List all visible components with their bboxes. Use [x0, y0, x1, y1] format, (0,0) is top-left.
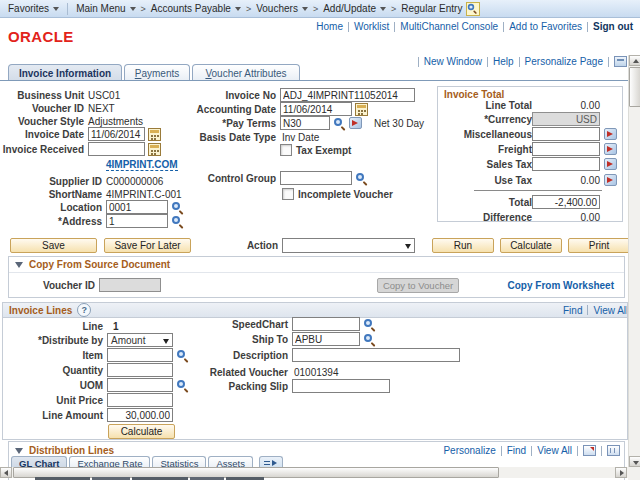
ship-to-lookup-icon[interactable]	[363, 333, 376, 346]
line-calculate-button[interactable]: Calculate	[108, 424, 175, 439]
sales-tax-transfer-icon[interactable]	[604, 158, 617, 170]
print-button[interactable]: Print	[568, 238, 630, 253]
breadcrumb-label: Accounts Payable	[151, 3, 231, 14]
speedchart-label: SpeedChart	[3, 319, 288, 330]
location-input[interactable]	[106, 200, 168, 214]
invoice-date-input[interactable]	[88, 127, 145, 141]
find-link[interactable]: Find	[563, 305, 582, 316]
home-link[interactable]: Home	[316, 21, 343, 32]
breadcrumb-regular-entry[interactable]: Regular Entry	[401, 3, 462, 14]
invoice-lines-section: Invoice Lines FindView All Line1 *Distri…	[2, 302, 628, 440]
collapse-triangle-icon[interactable]	[15, 262, 23, 268]
location-label: Location	[0, 202, 102, 213]
peoplesoft-voucher-regular-entry-page: Favorites Main Menu > Accounts Payable >…	[0, 0, 640, 480]
scroll-left-button[interactable]	[0, 467, 12, 478]
view-all-link[interactable]: View All	[537, 445, 572, 456]
miscellaneous-input[interactable]	[532, 127, 600, 141]
main-menu[interactable]: Main Menu	[76, 3, 135, 14]
tab-invoice-information[interactable]: Invoice Information	[8, 64, 122, 81]
invoice-date-label: Invoice Date	[0, 129, 84, 140]
action-dropdown[interactable]	[282, 238, 415, 253]
pay-terms-lookup-icon[interactable]	[333, 117, 346, 130]
personalize-link[interactable]: Personalize	[443, 445, 495, 456]
line-amount-input[interactable]	[107, 408, 173, 422]
find-link[interactable]: Find	[507, 445, 526, 456]
divider	[608, 57, 609, 67]
download-grid-icon[interactable]	[607, 445, 620, 456]
control-group-lookup-icon[interactable]	[355, 172, 368, 185]
divider	[587, 305, 588, 315]
sales-tax-input[interactable]	[532, 157, 600, 171]
ship-to-input[interactable]	[292, 332, 360, 346]
scroll-down-button[interactable]	[629, 456, 640, 467]
freight-transfer-icon[interactable]	[604, 143, 617, 155]
new-window-link[interactable]: New Window	[424, 56, 482, 67]
tab-voucher-attributes[interactable]: Voucher Attributes	[192, 64, 300, 81]
help-icon[interactable]	[77, 303, 91, 317]
packing-slip-input[interactable]	[292, 379, 390, 393]
save-for-later-button[interactable]: Save For Later	[104, 238, 191, 253]
invoice-no-input[interactable]	[280, 88, 415, 102]
breadcrumb-add-update[interactable]: Add/Update	[323, 3, 386, 14]
calculate-button[interactable]: Calculate	[500, 238, 562, 253]
worklist-link[interactable]: Worklist	[354, 21, 389, 32]
view-all-link[interactable]: View All	[593, 305, 627, 316]
voucher-style-value: Adjustments	[88, 116, 143, 127]
favorites-menu[interactable]: Favorites	[8, 3, 59, 14]
breadcrumb-accounts-payable[interactable]: Accounts Payable	[151, 3, 241, 14]
location-lookup-icon[interactable]	[171, 201, 184, 214]
chevron-right-icon: >	[246, 4, 251, 14]
accounting-date-input[interactable]	[280, 102, 352, 116]
address-lookup-icon[interactable]	[171, 215, 184, 228]
address-input[interactable]	[106, 214, 168, 228]
save-button[interactable]: Save	[10, 238, 97, 253]
calendar-icon[interactable]	[148, 143, 161, 156]
personalize-page-link[interactable]: Personalize Page	[525, 56, 603, 67]
invoice-no-label: Invoice No	[150, 90, 276, 101]
description-label: Description	[3, 350, 288, 361]
pay-terms-transfer-icon[interactable]	[349, 117, 362, 129]
control-group-input[interactable]	[280, 171, 352, 185]
multichannel-console-link[interactable]: MultiChannel Console	[400, 21, 498, 32]
difference-label: Difference	[440, 212, 532, 223]
unit-price-input[interactable]	[107, 393, 173, 407]
breadcrumb-vouchers[interactable]: Vouchers	[256, 3, 308, 14]
calendar-icon[interactable]	[355, 103, 368, 116]
sign-out-link[interactable]: Sign out	[593, 21, 633, 32]
tab-payments[interactable]: Payments	[124, 64, 190, 81]
currency-input	[532, 112, 600, 126]
scroll-up-button[interactable]	[629, 55, 640, 66]
basis-date-type-label: Basis Date Type	[150, 132, 276, 143]
use-tax-transfer-icon[interactable]	[604, 174, 617, 186]
description-input[interactable]	[292, 348, 460, 362]
invoice-received-input[interactable]	[88, 142, 145, 156]
basis-date-type-value: Inv Date	[282, 132, 319, 143]
miscellaneous-transfer-icon[interactable]	[604, 128, 617, 140]
voucher-style-label: Voucher Style	[0, 116, 84, 127]
supplier-site-link[interactable]: 4IMPRINT.COM	[106, 159, 178, 171]
run-button[interactable]: Run	[432, 238, 494, 253]
chevron-down-icon	[53, 7, 59, 11]
copy-url-icon[interactable]	[614, 56, 627, 67]
scroll-right-button[interactable]	[615, 467, 627, 478]
vertical-scroll-thumb[interactable]	[629, 67, 640, 107]
speedchart-input[interactable]	[292, 317, 360, 331]
incomplete-voucher-checkbox[interactable]	[282, 188, 294, 200]
business-unit-label: Business Unit	[0, 90, 84, 101]
copy-from-source-title: Copy From Source Document	[29, 259, 170, 270]
divider	[531, 446, 532, 456]
pay-terms-input[interactable]	[280, 116, 330, 130]
freight-input[interactable]	[532, 142, 600, 156]
tax-exempt-checkbox[interactable]	[280, 144, 292, 156]
distribution-lines-links: Personalize Find View All	[443, 445, 620, 456]
breadcrumb-search-icon[interactable]	[466, 2, 480, 16]
total-input[interactable]	[532, 195, 600, 209]
copy-from-worksheet-link[interactable]: Copy From Worksheet	[508, 280, 615, 291]
collapse-triangle-icon[interactable]	[15, 448, 23, 454]
zoom-grid-icon[interactable]	[583, 445, 596, 456]
help-link[interactable]: Help	[493, 56, 514, 67]
speedchart-lookup-icon[interactable]	[363, 318, 376, 331]
invoice-lines-links: FindView All	[563, 305, 627, 316]
vertical-scrollbar[interactable]	[628, 55, 640, 467]
add-to-favorites-link[interactable]: Add to Favorites	[509, 21, 582, 32]
